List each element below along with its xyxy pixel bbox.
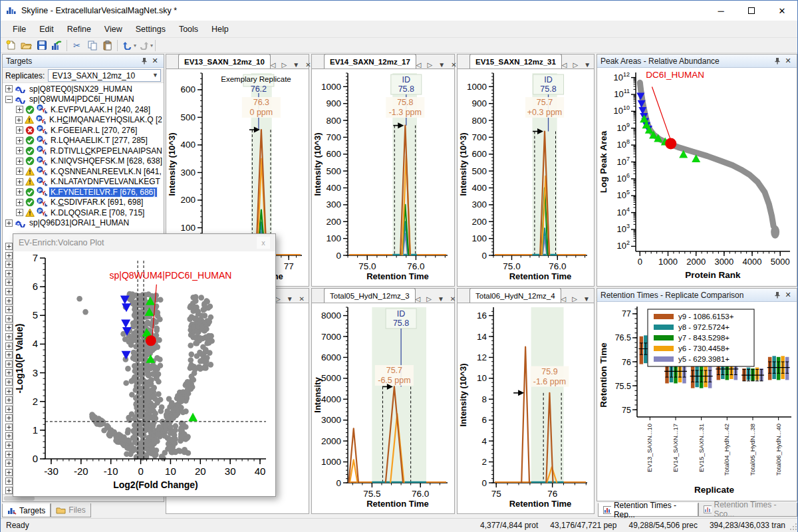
ev15-tabstrip: EV15_SAXN_12mz_31 ◁▷▼✕	[458, 55, 594, 69]
volcano-window-titlebar[interactable]: EV-Enrich:Volcano Plot x	[13, 234, 275, 251]
tree-item-peptide[interactable]: PYK.FYNELTEILVR.F [676, 686]	[3, 187, 164, 198]
menu-dropdown-icon[interactable]: ▼	[293, 61, 299, 68]
total05-chromatogram[interactable]: 01000200030004000500060007000800075.576.…	[312, 303, 454, 513]
ev15-chromatogram[interactable]: 0100200300400500600700800900100075.076.0…	[458, 69, 594, 286]
menu-help[interactable]: Help	[205, 22, 235, 37]
tab-total05[interactable]: Total05_HydN_12mz_3	[324, 288, 416, 303]
tree-item-peptide[interactable]: PYK.CSDIVFAR.K [691, 698]	[3, 198, 164, 208]
tab-total06[interactable]: Total06_HydN_12mz_4	[469, 288, 561, 303]
tab-targets[interactable]: Targets	[2, 503, 51, 517]
tree-item-peptide[interactable]: PYK.EVFPVLAAK.H [240, 248]	[3, 104, 164, 115]
close-button[interactable]: ✕	[767, 1, 797, 21]
copy-icon[interactable]	[84, 39, 100, 53]
tab-ev14[interactable]: EV14_SAXN_12mz_17	[324, 54, 416, 68]
svg-text:77: 77	[622, 309, 631, 319]
svg-text:500: 500	[326, 166, 341, 176]
prev-view-icon[interactable]: ◁	[416, 295, 421, 303]
paste-icon[interactable]	[100, 39, 115, 53]
close-panel-icon[interactable]: ✕	[783, 290, 793, 301]
tab-retention-times-replicate[interactable]: Retention Times - Rep...	[598, 503, 698, 517]
maximize-button[interactable]	[736, 1, 767, 21]
next-view-icon[interactable]: ▷	[282, 61, 287, 68]
close-panel-icon[interactable]: ✕	[150, 56, 160, 66]
menu-dropdown-icon[interactable]: ▼	[438, 295, 444, 303]
next-view-icon[interactable]: ▷	[275, 295, 281, 303]
minimize-button[interactable]: ─	[706, 1, 736, 21]
replicates-dropdown[interactable]: EV13_SAXN_12mz_10 ▼	[48, 69, 161, 82]
menu-refine[interactable]: Refine	[61, 22, 98, 37]
menu-dropdown-icon[interactable]: ▼	[438, 61, 445, 68]
tab-ev15[interactable]: EV15_SAXN_12mz_31	[469, 54, 562, 68]
tree-item-peptide[interactable]: PYK.QSNNEANLREEVLK.N [641,	[3, 166, 164, 177]
svg-text:100: 100	[326, 233, 341, 243]
menu-view[interactable]: View	[98, 22, 129, 37]
menu-dropdown-icon[interactable]: ▼	[287, 295, 293, 303]
menu-edit[interactable]: Edit	[33, 22, 61, 37]
menu-bar: File Edit Refine View Settings Tools Hel…	[1, 21, 797, 38]
menu-dropdown-icon[interactable]: ▼	[583, 295, 590, 303]
tree-item-peptide[interactable]: PYR.LQHAAELIK.T [277, 285]	[3, 136, 164, 146]
close-view-icon[interactable]: ✕	[451, 61, 456, 68]
pin-icon[interactable]	[772, 290, 783, 301]
svg-text:y5 - 629.3981+: y5 - 629.3981+	[678, 355, 730, 363]
ev14-chromatogram[interactable]: 0100200300400500600700800900100075.076.0…	[312, 69, 454, 286]
menu-file[interactable]: File	[6, 22, 33, 37]
total06-chromatogram[interactable]: 0246810121416757675.9-1.6 ppmRetention T…	[458, 303, 594, 513]
menu-tools[interactable]: Tools	[172, 22, 205, 37]
svg-text:500: 500	[180, 112, 196, 122]
svg-text:76.0: 76.0	[412, 489, 429, 499]
close-view-icon[interactable]: ✕	[305, 61, 311, 68]
svg-text:400: 400	[471, 183, 487, 193]
close-view-icon[interactable]: ✕	[450, 295, 456, 303]
save-icon[interactable]	[34, 39, 49, 53]
volcano-chart[interactable]: 01234567-30-20-10010203040sp|Q8WUM4|PDC6…	[13, 251, 275, 496]
svg-text:4: 4	[481, 436, 487, 446]
undo-icon[interactable]	[120, 39, 135, 53]
close-view-icon[interactable]: ✕	[299, 295, 305, 303]
open-icon[interactable]	[19, 39, 34, 53]
status-protein-count: 4,377/4,844 prot	[480, 521, 538, 530]
retention-times-chart[interactable]: 7575.57676.577EV13_SAXN...10EV14_SAXN...…	[597, 303, 797, 501]
tree-item-peptide[interactable]: PYR.DTIVLLCKPEPELNAAIPSAN	[3, 146, 164, 156]
cut-icon[interactable]: ✂	[69, 39, 84, 53]
tree-item-peptide[interactable]: PYK.DLQQSIAR.E [708, 715]	[3, 207, 164, 218]
svg-text:7000: 7000	[321, 332, 341, 342]
chromatogram-panel-ev15: EV15_SAXN_12mz_31 ◁▷▼✕ 01002003004005006…	[457, 54, 595, 287]
prev-view-icon[interactable]: ◁	[562, 61, 567, 68]
svg-text:8: 8	[481, 394, 487, 404]
next-view-icon[interactable]: ▷	[426, 295, 432, 303]
tree-item-peptide[interactable]: PYK.HCIMQANAEYHQSILAK.Q [2	[3, 115, 164, 126]
tree-item-peptide[interactable]: PYK.NLATAYDNFVELVANLKEGT	[3, 177, 164, 188]
redo-icon[interactable]	[136, 39, 152, 53]
tab-ev13[interactable]: EV13_SAXN_12mz_10	[178, 54, 271, 68]
next-view-icon[interactable]: ▷	[572, 295, 577, 303]
tree-item-protein[interactable]: sp|Q8TEQ0|SNX29_HUMAN	[3, 84, 164, 94]
menu-settings[interactable]: Settings	[129, 22, 172, 37]
tab-files[interactable]: Files	[51, 503, 90, 517]
targets-panel-header: Targets ✕	[3, 55, 164, 68]
pin-icon[interactable]	[772, 56, 783, 66]
prev-view-icon[interactable]: ◁	[271, 61, 276, 68]
import-results-icon[interactable]	[49, 39, 65, 53]
tree-item-peptide[interactable]: PYK.NIQVSHQEFSK.M [628, 638]	[3, 156, 164, 167]
svg-text:-6.5 ppm: -6.5 ppm	[378, 376, 410, 385]
redo-dropdown[interactable]: ▾	[150, 43, 153, 49]
prev-view-icon[interactable]: ◁	[416, 61, 422, 68]
menu-dropdown-icon[interactable]: ▼	[584, 61, 591, 68]
svg-text:7: 7	[33, 252, 38, 263]
next-view-icon[interactable]: ▷	[428, 61, 433, 68]
close-window-icon[interactable]: x	[257, 237, 270, 249]
peak-areas-chart[interactable]: 1021031041051061071081091010101110120100…	[597, 68, 797, 286]
svg-text:Retention Time: Retention Time	[366, 499, 429, 509]
main-toolbar: ✂ ▾ ▾	[1, 38, 797, 53]
next-view-icon[interactable]: ▷	[573, 61, 579, 68]
prev-view-icon[interactable]: ◁	[561, 295, 567, 303]
tab-retention-times-scores[interactable]: Retention Times - Sco...	[698, 503, 797, 517]
tree-item-protein[interactable]: sp|Q96D31|ORAI1_HUMAN	[3, 218, 164, 229]
tree-item-peptide[interactable]: PYK.FGEEIAR.L [270, 276]	[3, 125, 164, 136]
tree-item-protein[interactable]: sp|Q8WUM4|PDC6I_HUMAN	[3, 94, 164, 105]
resize-grip[interactable]	[789, 523, 797, 531]
close-panel-icon[interactable]: ✕	[783, 56, 793, 66]
new-document-icon[interactable]	[3, 39, 19, 53]
pin-icon[interactable]	[139, 56, 150, 66]
